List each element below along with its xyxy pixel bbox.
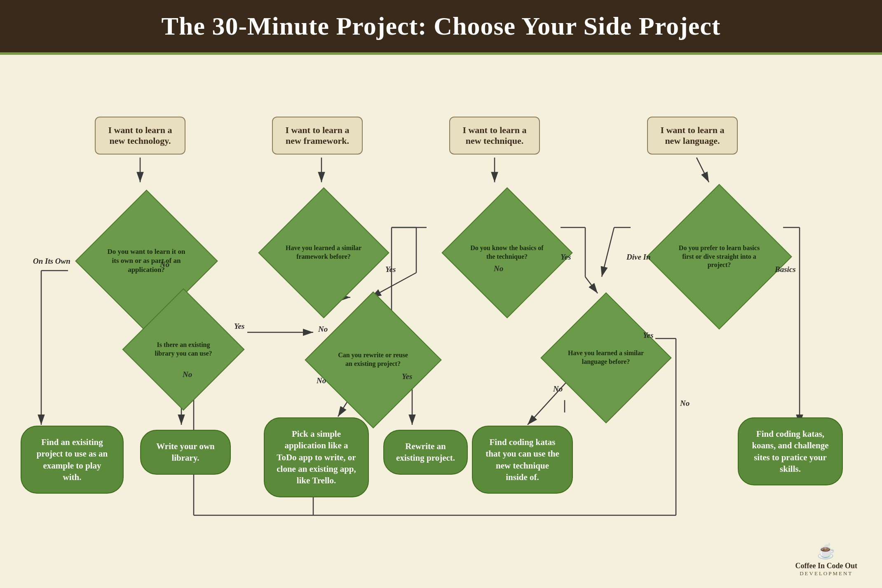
logo-icon: ☕ <box>795 543 858 560</box>
logo-area: ☕ Coffee In Code Out DEVELOPMENT <box>795 543 858 577</box>
flowchart-area: I want to learn a new technology. I want… <box>0 55 882 588</box>
logo-subtitle: DEVELOPMENT <box>795 570 858 577</box>
terminal-coding-katas-language: Find coding katas, koans, and challenge … <box>738 417 843 485</box>
terminal-simple-app: Pick a simple application like a ToDo ap… <box>264 417 369 497</box>
label-no-3: No <box>318 325 328 334</box>
diamond-rewrite-reuse: Can you rewrite or reuse an existing pro… <box>301 288 445 432</box>
svg-line-33 <box>602 227 614 277</box>
label-no-4: No <box>317 376 326 385</box>
label-no-1: No <box>160 260 169 269</box>
svg-line-31 <box>697 157 709 182</box>
label-yes-5: Yes <box>643 331 653 340</box>
label-yes-2: Yes <box>385 265 396 274</box>
terminal-rewrite: Rewrite an existing project. <box>383 430 468 475</box>
label-on-its-own: On Its Own <box>33 257 70 266</box>
terminal-coding-katas-technique: Find coding katas that you can use the n… <box>472 426 573 494</box>
label-basics: Basics <box>775 265 796 274</box>
terminal-write-library: Write your own library. <box>140 430 231 475</box>
start-box-technology: I want to learn a new technology. <box>95 117 185 155</box>
start-box-language: I want to learn a new language. <box>647 117 738 155</box>
start-box-framework: I want to learn a new framework. <box>272 117 363 155</box>
label-no-5: No <box>494 264 503 273</box>
terminal-find-existing: Find an exisiting project to use as an e… <box>21 426 124 494</box>
diamond-learn-preference: Do you prefer to learn basics first or d… <box>643 180 795 333</box>
label-no-2: No <box>183 370 192 379</box>
label-yes-1: Yes <box>234 322 244 331</box>
label-yes-3: Yes <box>402 372 412 381</box>
diamond-existing-library: Is there an existing library you can use… <box>117 283 249 415</box>
start-box-technique: I want to learn a new technique. <box>449 117 540 155</box>
label-no-6: No <box>553 384 563 394</box>
label-yes-4: Yes <box>561 253 571 262</box>
label-dive-in: Dive In <box>626 253 651 262</box>
page-title: The 30-Minute Project: Choose Your Side … <box>16 12 866 41</box>
header: The 30-Minute Project: Choose Your Side … <box>0 0 882 55</box>
main-container: The 30-Minute Project: Choose Your Side … <box>0 0 882 588</box>
label-no-loop: No <box>680 399 690 408</box>
logo-title: Coffee In Code Out <box>795 562 858 570</box>
